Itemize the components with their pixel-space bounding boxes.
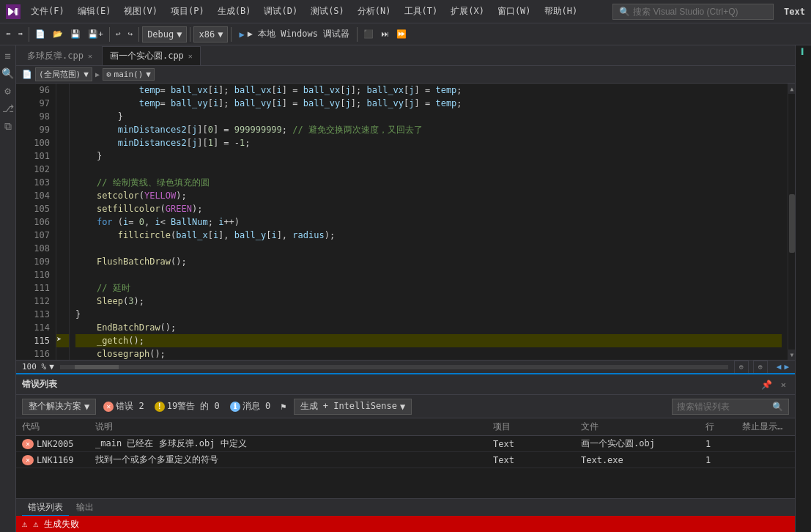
tab-circle[interactable]: 画一个实心圆.cpp ✕: [102, 46, 201, 65]
back-btn[interactable]: ⬅: [3, 28, 14, 40]
line-110: [75, 268, 782, 281]
scroll-thumb[interactable]: [789, 194, 795, 253]
scroll-right-btn[interactable]: ⊕: [753, 361, 768, 374]
build-intellisense-dropdown[interactable]: 生成 + IntelliSense ▼: [294, 399, 412, 415]
search-input[interactable]: [633, 7, 758, 17]
filter-icon-badge[interactable]: ⚑: [278, 400, 289, 413]
nav-right-icon[interactable]: ▶: [784, 362, 789, 372]
col-header-suppress[interactable]: 禁止显示状态: [736, 421, 795, 433]
col-header-line[interactable]: 行: [700, 421, 736, 433]
zoom-dropdown-icon[interactable]: ▼: [49, 362, 54, 372]
symbol-dropdown[interactable]: ⚙ main() ▼: [103, 68, 155, 81]
error-code-text-2: LNK1169: [37, 455, 74, 465]
line-98: }: [75, 110, 782, 123]
search-box[interactable]: 🔍: [612, 4, 774, 20]
menu-help[interactable]: 帮助(H): [538, 2, 584, 21]
breakpoint-btn[interactable]: ⬛: [360, 28, 377, 40]
save-btn[interactable]: 💾: [67, 28, 84, 40]
play-icon: ▶: [239, 29, 244, 40]
func-icon: ⚙: [106, 70, 111, 79]
activity-explore[interactable]: ≡: [1, 48, 15, 63]
ln-113: 113: [22, 308, 50, 321]
search-errors-box[interactable]: 🔍: [672, 399, 789, 415]
separator-5: [231, 27, 232, 42]
step-btn[interactable]: ⏭: [378, 28, 392, 40]
activity-ext[interactable]: ⧉: [1, 119, 15, 133]
horizontal-scrollbar-thumb[interactable]: [75, 365, 119, 369]
debug-mode-dropdown[interactable]: Debug ▼: [142, 26, 187, 43]
scroll-left-btn[interactable]: ⊕: [734, 361, 749, 374]
undo-btn[interactable]: ↩: [113, 28, 124, 40]
panel-close-btn[interactable]: ✕: [778, 378, 789, 391]
col-header-file[interactable]: 文件: [575, 421, 700, 433]
error-file-2: Text.exe: [575, 455, 700, 465]
error-count-badge[interactable]: ✕ 错误 2: [100, 399, 147, 414]
step2-btn[interactable]: ⏩: [393, 28, 410, 40]
menu-file[interactable]: 文件(F): [25, 2, 70, 21]
save-all-btn[interactable]: 💾+: [85, 28, 106, 40]
line-109: FlushBatchDraw();: [75, 255, 782, 268]
col-header-desc[interactable]: 说明: [89, 421, 487, 433]
symbol-label: main(): [114, 70, 144, 79]
warning-count-badge[interactable]: ! 19警告 的 0: [152, 399, 223, 414]
gutter-99: [56, 123, 69, 136]
gutter-104: [56, 189, 69, 202]
gutter-107: [56, 229, 69, 242]
separator-6: [357, 27, 358, 42]
scope-select-label: 整个解决方案: [29, 400, 81, 413]
panel-pin-btn[interactable]: 📌: [758, 378, 775, 391]
menu-edit[interactable]: 编辑(E): [72, 2, 117, 21]
menu-analyze[interactable]: 分析(N): [352, 2, 397, 21]
tab-multiball-close[interactable]: ✕: [88, 52, 92, 60]
code-area[interactable]: 96 97 98 99 100 101 102 103 104 105 106 …: [16, 84, 795, 360]
redo-btn[interactable]: ↪: [125, 28, 136, 40]
svg-marker-0: [8, 8, 14, 15]
nav-left-icon[interactable]: ◀: [777, 362, 782, 372]
error-row-2[interactable]: ✕ LNK1169 找到一个或多个多重定义的符号 Text Text.exe 1: [16, 452, 795, 468]
line-116: closegraph();: [75, 347, 782, 360]
tab-multiball[interactable]: 多球反弹.cpp ✕: [19, 46, 100, 65]
menu-extensions[interactable]: 扩展(X): [445, 2, 490, 21]
search-errors-input[interactable]: [677, 402, 772, 412]
col-header-project[interactable]: 项目: [487, 421, 575, 433]
menu-tools[interactable]: 工具(T): [399, 2, 444, 21]
scroll-up-arrow[interactable]: ▲: [788, 84, 795, 94]
error-icon-2: ✕: [22, 455, 34, 465]
error-row-1[interactable]: ✕ LNK2005 _main 已经在 多球反弹.obj 中定义 Text 画一…: [16, 436, 795, 452]
tab-circle-close[interactable]: ✕: [188, 52, 193, 60]
menu-project[interactable]: 项目(P): [165, 2, 210, 21]
code-text[interactable]: temp = ball_vx[i]; ball_vx[i] = ball_vx[…: [70, 84, 788, 360]
message-count-badge[interactable]: ℹ 消息 0: [227, 399, 273, 414]
right-indicator-item: ▌: [801, 48, 805, 55]
menu-bar[interactable]: 文件(F) 编辑(E) 视图(V) 项目(P) 生成(B) 调试(D) 测试(S…: [25, 2, 583, 21]
chevron-platform-icon: ▼: [218, 29, 223, 40]
vertical-scrollbar[interactable]: ▲ ▼: [788, 84, 795, 360]
open-btn[interactable]: 📂: [50, 28, 66, 40]
activity-debug[interactable]: ⚙: [1, 84, 15, 98]
new-btn[interactable]: 📄: [32, 28, 48, 40]
forward-btn[interactable]: ➡: [15, 28, 26, 40]
platform-dropdown[interactable]: x86 ▼: [193, 26, 228, 43]
menu-view[interactable]: 视图(V): [118, 2, 163, 21]
right-indicator-bar: ▌: [795, 45, 811, 532]
col-header-code[interactable]: 代码: [16, 421, 89, 433]
scope-dropdown[interactable]: (全局范围) ▼: [35, 67, 92, 81]
tab-circle-label: 画一个实心圆.cpp: [110, 50, 184, 62]
menu-window[interactable]: 窗口(W): [492, 2, 537, 21]
error-file-1: 画一个实心圆.obj: [575, 437, 700, 450]
menu-debug[interactable]: 调试(D): [258, 2, 303, 21]
run-button[interactable]: ▶ ▶ 本地 Windows 调试器: [234, 26, 354, 42]
tab-output[interactable]: 输出: [70, 500, 100, 515]
tab-error-list[interactable]: 错误列表: [22, 500, 69, 516]
line-103: // 绘制黄线、绿色填充的圆: [75, 176, 782, 189]
activity-bar: ≡ 🔍 ⚙ ⎇ ⧉: [0, 45, 16, 532]
scope-select[interactable]: 整个解决方案 ▼: [22, 399, 96, 415]
activity-search[interactable]: 🔍: [1, 66, 15, 81]
ln-96: 96: [22, 84, 50, 97]
menu-test[interactable]: 测试(S): [305, 2, 350, 21]
ln-109: 109: [22, 255, 50, 268]
vs-logo: [6, 4, 21, 19]
scroll-down-arrow[interactable]: ▼: [788, 350, 795, 360]
menu-build[interactable]: 生成(B): [212, 2, 257, 21]
activity-git[interactable]: ⎇: [1, 101, 15, 116]
